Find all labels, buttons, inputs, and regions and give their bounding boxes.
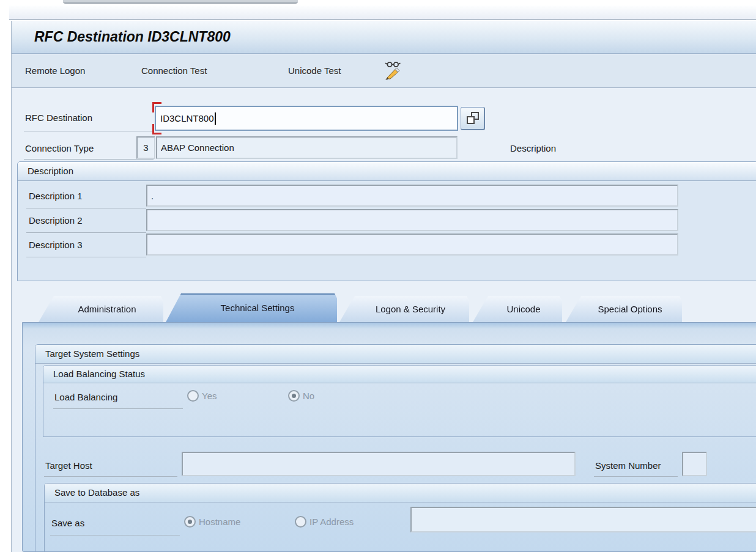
description2-label: Description 2 [29, 215, 83, 226]
label-underline [53, 408, 183, 409]
copy-icon [466, 112, 481, 127]
description3-label: Description 3 [29, 240, 83, 250]
radio-save-as-ip-address[interactable]: IP Address [295, 516, 354, 528]
display-change-icon[interactable] [382, 61, 401, 80]
description-groupbox: Description Description 1 Description 2 … [17, 161, 756, 281]
tab-administration[interactable]: Administration [39, 296, 163, 322]
target-host-label: Target Host [45, 460, 92, 471]
system-number-input[interactable] [682, 452, 707, 476]
description-groupbox-title: Description [18, 162, 756, 181]
description-side-label: Description [510, 143, 556, 153]
connection-type-input[interactable] [136, 136, 155, 159]
label-underline [50, 535, 180, 535]
radio-label: IP Address [309, 517, 354, 527]
rfc-destination-field-wrap: ID3CLNT800 [155, 106, 458, 131]
radio-load-balancing-yes[interactable]: Yes [187, 390, 217, 402]
radio-circle [288, 390, 300, 402]
label-underline [24, 159, 154, 160]
title-bar: RFC Destination ID3CLNT800 [12, 21, 756, 54]
radio-label: No [303, 391, 314, 401]
label-underline [24, 131, 154, 131]
radio-label: Hostname [199, 517, 240, 527]
label-underline [26, 208, 146, 208]
label-underline [26, 257, 146, 257]
connection-type-label: Connection Type [25, 143, 94, 153]
radio-circle [295, 516, 306, 528]
screen-body: RFC Destination ID3CLNT800 Connection Ty… [12, 89, 756, 552]
page-title: RFC Destination ID3CLNT800 [34, 21, 231, 53]
tab-technical-settings[interactable]: Technical Settings [166, 293, 337, 322]
save-to-database-title: Save to Database as [45, 484, 756, 502]
connection-test-button[interactable]: Connection Test [141, 54, 207, 87]
screen-top-band [9, 6, 756, 20]
load-balancing-title: Load Balancing Status [43, 366, 756, 383]
radio-circle [184, 516, 196, 528]
rfc-destination-window: RFC Destination ID3CLNT800 Remote Logon … [11, 21, 756, 552]
copy-button[interactable] [461, 107, 485, 130]
tab-unicode[interactable]: Unicode [473, 296, 562, 322]
radio-save-as-hostname[interactable]: Hostname [184, 516, 240, 528]
description1-input[interactable] [146, 185, 678, 207]
label-underline [44, 476, 177, 477]
description2-input[interactable] [146, 209, 678, 231]
technical-settings-panel: Target System Settings Load Balancing St… [22, 322, 756, 552]
label-underline [26, 232, 146, 233]
cutoff-toolbar-fragment [63, 0, 298, 4]
target-host-input[interactable] [182, 452, 576, 476]
rfc-destination-value: ID3CLNT800 [160, 113, 214, 123]
rfc-destination-input[interactable]: ID3CLNT800 [155, 106, 458, 131]
connection-type-name-input[interactable] [156, 136, 458, 159]
save-as-label: Save as [51, 518, 84, 528]
radio-circle [187, 390, 199, 402]
target-system-settings-title: Target System Settings [35, 345, 756, 364]
target-system-settings-groupbox: Target System Settings Load Balancing St… [35, 344, 756, 552]
unicode-test-button[interactable]: Unicode Test [288, 54, 341, 87]
label-underline [594, 476, 678, 477]
text-cursor [215, 112, 216, 125]
load-balancing-groupbox: Load Balancing Status Load Balancing Yes… [43, 365, 756, 437]
load-balancing-label: Load Balancing [54, 392, 117, 402]
application-toolbar: Remote Logon Connection Test Unicode Tes… [12, 54, 756, 88]
save-as-host-input[interactable] [410, 507, 756, 532]
description3-input[interactable] [146, 234, 678, 256]
save-to-database-groupbox: Save to Database as Save as Hostname IP … [44, 483, 756, 552]
description1-label: Description 1 [29, 191, 83, 201]
system-number-label: System Number [595, 460, 661, 471]
tab-logon-security[interactable]: Logon & Security [339, 296, 469, 322]
tab-strip: Administration Technical Settings Logon … [12, 293, 756, 322]
description-groupbox-body: Description 1 Description 2 Description … [18, 181, 756, 281]
remote-logon-button[interactable]: Remote Logon [25, 54, 85, 87]
radio-label: Yes [202, 391, 217, 401]
rfc-destination-label: RFC Destination [25, 112, 92, 123]
radio-load-balancing-no[interactable]: No [288, 390, 314, 402]
tab-special-options[interactable]: Special Options [566, 296, 682, 322]
